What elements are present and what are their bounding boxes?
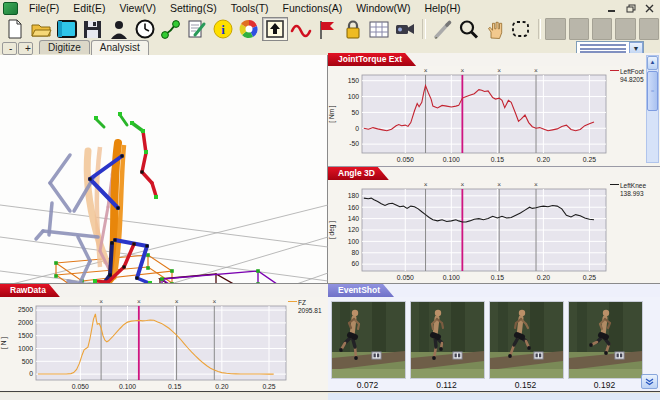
svg-text:×: × xyxy=(99,298,103,305)
bottom-strip-right xyxy=(328,393,660,400)
toolbar-save-icon[interactable] xyxy=(80,17,106,41)
svg-text:0.100: 0.100 xyxy=(443,274,460,281)
toolbar-info-icon[interactable]: i xyxy=(210,17,236,41)
svg-text:×: × xyxy=(534,181,538,188)
window-controls xyxy=(605,3,660,14)
legend-series-name: LeftKnee xyxy=(620,182,646,189)
jointtorque-chart-panel: JointTorque Ext-500501001500.0500.1000.1… xyxy=(328,53,660,166)
angle3d-legend: LeftKnee138.993 xyxy=(610,182,646,198)
menu-items: File(F)Edit(E)View(V)Setting(S)Tools(T)F… xyxy=(22,1,468,15)
svg-text:0: 0 xyxy=(29,370,33,377)
toolbar-zoom-tool-icon[interactable] xyxy=(456,17,482,41)
svg-text:0.100: 0.100 xyxy=(119,383,136,390)
tab-digitize[interactable]: Digitize xyxy=(39,40,90,54)
svg-text:50: 50 xyxy=(351,109,359,116)
svg-text:×: × xyxy=(424,67,428,74)
svg-text:180: 180 xyxy=(348,192,360,199)
menu-item-functions[interactable]: Functions(A) xyxy=(276,1,350,15)
menu-item-tools[interactable]: Tools(T) xyxy=(224,1,276,15)
toolbar-lock-icon[interactable] xyxy=(340,17,366,41)
toolbar-clock-icon[interactable] xyxy=(132,17,158,41)
toolbar-export-frame-icon[interactable] xyxy=(262,17,288,41)
svg-text:500: 500 xyxy=(22,358,34,365)
rawdata-legend: FZ2095.81 xyxy=(288,299,322,315)
pose-3d-view[interactable] xyxy=(0,55,328,283)
eventshot-scroll-down-button[interactable] xyxy=(641,374,658,389)
toolbar-grid-table-icon[interactable] xyxy=(366,17,392,41)
bottom-strip-left xyxy=(0,393,328,400)
svg-text:×: × xyxy=(460,67,464,74)
angle3d-chart-panel: Angle 3D60801001201401601800.0500.1000.1… xyxy=(328,166,660,283)
rawdata-header: RawData xyxy=(0,284,328,297)
jointtorque-title: JointTorque Ext xyxy=(328,53,416,66)
application-window: File(F)Edit(E)View(V)Setting(S)Tools(T)F… xyxy=(0,0,660,400)
svg-text:1500: 1500 xyxy=(18,332,33,339)
jointtorque-plot[interactable]: -500501001500.0500.1000.150.200.25××××[ … xyxy=(328,66,608,166)
svg-text:0: 0 xyxy=(355,125,359,132)
toolbar-new-document-icon[interactable] xyxy=(2,17,28,41)
svg-text:120: 120 xyxy=(348,226,360,233)
legend-series-value: 138.993 xyxy=(610,190,646,198)
tabs: DigitizeAnalysist xyxy=(39,40,150,55)
svg-text:×: × xyxy=(497,181,501,188)
menu-item-file[interactable]: File(F) xyxy=(22,1,66,15)
svg-text:0.15: 0.15 xyxy=(491,156,504,163)
svg-text:[ N ]: [ N ] xyxy=(0,337,8,349)
svg-text:0.25: 0.25 xyxy=(262,383,275,390)
eventshot-frame-1[interactable] xyxy=(331,301,406,379)
tab-analysist[interactable]: Analysist xyxy=(91,40,149,55)
menu-item-setting[interactable]: Setting(S) xyxy=(163,1,224,15)
minimize-button[interactable] xyxy=(605,3,618,14)
angle3d-plot[interactable]: 60801001201401601800.0500.1000.150.200.2… xyxy=(328,180,608,284)
eventshot-header: EventShot xyxy=(328,284,660,297)
svg-text:[ deg ]: [ deg ] xyxy=(328,221,336,239)
rawdata-title: RawData xyxy=(0,284,60,297)
eventshot-frame-4[interactable] xyxy=(568,301,643,379)
toolbar-open-folder-icon[interactable] xyxy=(28,17,54,41)
toolbar-video-camera-icon[interactable] xyxy=(392,17,418,41)
menu-item-edit[interactable]: Edit(E) xyxy=(66,1,112,15)
restore-button[interactable] xyxy=(624,3,637,14)
svg-text:0.050: 0.050 xyxy=(72,383,89,390)
zoom-in-button[interactable]: + xyxy=(18,42,33,55)
eventshot-frame-3[interactable] xyxy=(489,301,564,379)
toolbar-color-wheel-icon[interactable] xyxy=(236,17,262,41)
svg-text:0.25: 0.25 xyxy=(583,156,596,163)
toolbar-marquee-tool-icon[interactable] xyxy=(508,17,534,41)
toolbar-disabled-slot-1 xyxy=(545,18,565,40)
toolbar-event-flag-icon[interactable] xyxy=(314,17,340,41)
svg-text:0.050: 0.050 xyxy=(397,274,414,281)
menu-item-window[interactable]: Window(W) xyxy=(349,1,417,15)
eventshot-frame-2[interactable] xyxy=(410,301,485,379)
toolbar-hand-tool-icon[interactable] xyxy=(482,17,508,41)
toolbar-person-icon[interactable] xyxy=(106,17,132,41)
eventshot-title: EventShot xyxy=(328,284,394,297)
right-panel-scrollbar[interactable]: ▲= xyxy=(646,55,659,163)
toolbar-joint-links-icon[interactable] xyxy=(158,17,184,41)
scrollbar-thumb[interactable]: = xyxy=(647,71,658,111)
toolbar-edit-notes-icon[interactable] xyxy=(184,17,210,41)
eventshot-frame-time: 0.152 xyxy=(489,380,562,390)
svg-text:0.20: 0.20 xyxy=(215,383,228,390)
toolbar-separator xyxy=(538,19,542,39)
rawdata-chart-panel: RawData050010001500200025000.0500.1000.1… xyxy=(0,283,328,392)
legend-series-name: FZ xyxy=(298,299,306,306)
close-button[interactable] xyxy=(643,3,656,14)
svg-text:150: 150 xyxy=(348,77,360,84)
menu-item-view[interactable]: View(V) xyxy=(112,1,163,15)
svg-text:160: 160 xyxy=(348,204,360,211)
svg-text:i: i xyxy=(221,22,225,37)
toolbar-pencil-tool-icon[interactable] xyxy=(430,17,456,41)
svg-text:×: × xyxy=(175,298,179,305)
svg-text:2000: 2000 xyxy=(18,319,33,326)
svg-text:60: 60 xyxy=(351,260,359,267)
svg-text:-50: -50 xyxy=(349,140,359,147)
zoom-out-button[interactable]: - xyxy=(2,42,17,55)
angle3d-header: Angle 3D xyxy=(328,167,660,180)
toolbar-wave-curve-icon[interactable] xyxy=(288,17,314,41)
menu-item-help[interactable]: Help(H) xyxy=(417,1,467,15)
scroll-up-icon[interactable]: ▲ xyxy=(647,56,658,70)
toolbar-film-sequence-icon[interactable] xyxy=(54,17,80,41)
svg-text:0.100: 0.100 xyxy=(443,156,460,163)
rawdata-plot[interactable]: 050010001500200025000.0500.1000.150.200.… xyxy=(0,297,288,393)
